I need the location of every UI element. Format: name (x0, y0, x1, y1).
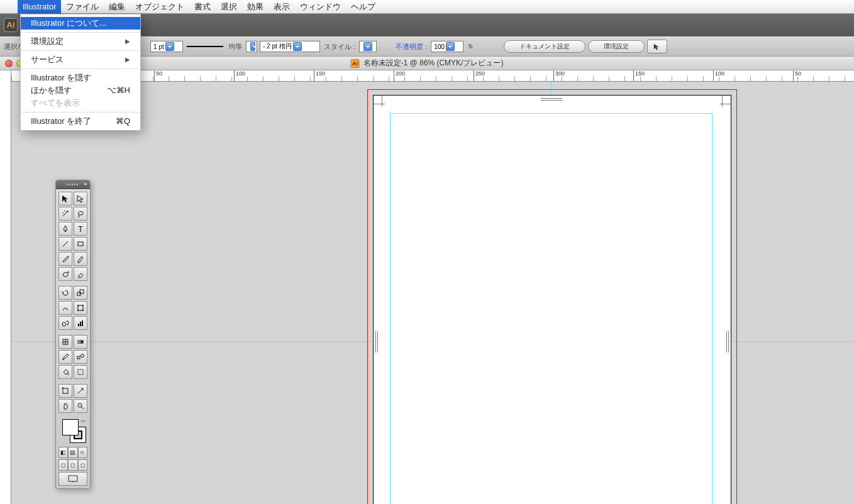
crop-mark (722, 96, 723, 107)
menu-preferences[interactable]: 環境設定▶ (21, 35, 140, 48)
menu-item-label: サービス (31, 53, 64, 66)
gradient-tool[interactable] (74, 335, 87, 349)
svg-rect-25 (63, 388, 68, 393)
eyedropper-tool[interactable] (58, 350, 72, 364)
pen-tool[interactable] (58, 222, 72, 236)
svg-point-13 (67, 324, 69, 325)
align-combo[interactable] (246, 41, 257, 52)
menu-item-label: ほかを隠す (31, 84, 72, 97)
scale-tool[interactable] (74, 286, 87, 300)
hand-tool[interactable] (58, 399, 72, 413)
rectangle-tool[interactable] (74, 237, 87, 251)
artboard-tool[interactable] (58, 384, 72, 398)
lasso-tool[interactable] (74, 207, 87, 221)
tools-panel[interactable]: T⤺◧▤⦸◻◻◻ (55, 180, 91, 489)
gradient-mode-button[interactable]: ▤ (68, 447, 77, 458)
document-icon: Ai (351, 59, 360, 68)
preferences-button[interactable]: 環境設定 (588, 40, 645, 53)
svg-point-12 (68, 322, 69, 323)
draw-normal-button[interactable]: ◻ (58, 459, 68, 471)
free-transform-tool[interactable] (74, 301, 87, 315)
stroke-weight-combo[interactable]: 1 pt (150, 41, 183, 52)
menu-quit-illustrator[interactable]: Illustrator を終了⌘Q (21, 115, 140, 128)
rotate-tool[interactable] (58, 286, 72, 300)
pencil-tool[interactable] (74, 252, 87, 266)
menu-help[interactable]: ヘルプ (346, 0, 380, 14)
draw-behind-button[interactable]: ◻ (68, 459, 77, 471)
slice-tool[interactable] (74, 384, 87, 398)
submenu-arrow-icon: ▶ (125, 53, 130, 66)
registration-mark (728, 331, 729, 353)
menu-object[interactable]: オブジェクト (130, 0, 189, 14)
none-mode-button[interactable]: ⦸ (78, 447, 87, 458)
menu-window[interactable]: ウィンドウ (295, 0, 346, 14)
svg-rect-14 (78, 324, 79, 326)
direct-selection-tool[interactable] (74, 192, 87, 205)
live-paint-bucket-tool[interactable] (58, 365, 72, 379)
menu-illustrator[interactable]: Illustrator (18, 0, 61, 14)
menu-select[interactable]: 選択 (216, 0, 242, 14)
symbol-sprayer-tool[interactable] (58, 316, 72, 330)
paintbrush-tool[interactable] (58, 252, 72, 266)
color-mode-button[interactable]: ◧ (58, 447, 68, 458)
menu-item-label: Illustrator について... (31, 17, 106, 30)
opacity-combo[interactable]: 100 (431, 41, 463, 52)
dropdown-arrow-icon (165, 42, 174, 51)
mac-menubar: Illustrator ファイル 編集 オブジェクト 書式 選択 効果 表示 ウ… (0, 0, 854, 14)
svg-rect-2 (78, 242, 83, 246)
svg-rect-20 (78, 341, 83, 343)
style-combo[interactable] (359, 41, 377, 52)
line-tool[interactable] (58, 237, 72, 251)
opacity-label[interactable]: 不透明度 : (396, 42, 427, 52)
align-label: 均等 (228, 42, 242, 52)
blend-tool[interactable] (74, 350, 87, 364)
menu-hide-illustrator[interactable]: Illustrator を隠す (21, 72, 140, 84)
mesh-tool[interactable] (58, 335, 72, 349)
menu-item-label: すべてを表示 (31, 97, 80, 109)
menu-edit[interactable]: 編集 (104, 0, 130, 14)
collapse-arrow-icon[interactable] (82, 182, 88, 187)
type-tool[interactable]: T (74, 222, 87, 236)
menu-view[interactable]: 表示 (269, 0, 295, 14)
panel-header[interactable] (56, 180, 90, 189)
menu-services[interactable]: サービス▶ (21, 53, 140, 66)
svg-point-9 (82, 310, 84, 311)
fill-stroke-swatch[interactable]: ⤺ (58, 418, 87, 446)
percent-label: ％ (467, 42, 474, 51)
screen-mode-button[interactable] (58, 472, 87, 486)
menu-type[interactable]: 書式 (189, 0, 216, 14)
menu-separator (21, 50, 140, 51)
live-paint-selection-tool[interactable] (74, 365, 87, 379)
magic-wand-tool[interactable] (58, 207, 72, 221)
menu-effect[interactable]: 効果 (242, 0, 269, 14)
margin-guide (390, 113, 713, 504)
vertical-ruler[interactable] (0, 70, 11, 504)
close-window-button[interactable] (5, 60, 13, 67)
selection-tool[interactable] (58, 192, 72, 205)
blob-brush-tool[interactable] (58, 267, 72, 281)
svg-point-6 (77, 305, 79, 306)
menu-separator (21, 32, 140, 33)
menu-file[interactable]: ファイル (61, 0, 104, 14)
svg-rect-15 (80, 322, 81, 326)
menu-about-illustrator[interactable]: Illustrator について... (21, 17, 140, 30)
document-setup-button[interactable]: ドキュメント設定 (504, 40, 585, 53)
menu-item-label: Illustrator を隠す (31, 72, 91, 84)
eraser-tool[interactable] (74, 267, 87, 281)
brush-combo[interactable]: - 2 pt 楕円 (260, 41, 320, 52)
cursor-options-button[interactable] (647, 40, 667, 53)
style-label: スタイル : (324, 42, 355, 52)
zoom-tool[interactable] (74, 399, 87, 413)
canvas-area[interactable] (11, 82, 854, 504)
warp-tool[interactable] (58, 301, 72, 315)
registration-mark (726, 331, 727, 353)
svg-rect-22 (77, 356, 80, 359)
dropdown-arrow-icon (446, 42, 455, 51)
menu-hide-others[interactable]: ほかを隠す⌥⌘H (21, 84, 140, 97)
fill-swatch[interactable] (62, 419, 79, 436)
draw-inside-button[interactable]: ◻ (78, 459, 87, 471)
swap-fill-stroke-icon[interactable]: ⤺ (81, 418, 86, 424)
column-graph-tool[interactable] (74, 316, 87, 330)
svg-rect-24 (78, 370, 83, 375)
svg-point-23 (81, 354, 84, 358)
